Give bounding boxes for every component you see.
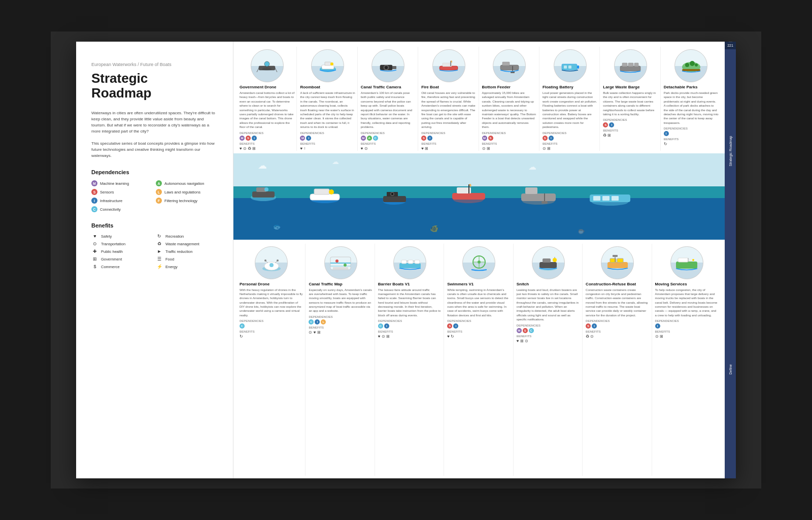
dep-a3: A [367, 136, 372, 141]
intro-text: Waterways in cities are often underutili… [91, 110, 218, 159]
svg-point-30 [690, 61, 695, 66]
bottom-feeder-body: Approximately 15,000 bikes are salvaged … [482, 91, 537, 129]
moving-title: Moving Services [655, 282, 719, 286]
legend-item-i: I Infrastructure [91, 198, 153, 204]
card-floating-battery: Floating Battery Loud power generators p… [540, 47, 600, 151]
dep-i-sw: I [453, 323, 458, 329]
scene-cloud3: ☁ [528, 162, 536, 172]
detachable-parks-body: Park docks provide much-needed green spa… [664, 91, 719, 125]
fireboat-title: Fire Boat [421, 85, 476, 89]
dep-s-sn: S [523, 328, 528, 333]
card-waste-barge: Large Waste Barge Bulk waste collection … [601, 47, 660, 151]
breadcrumb: European Waterworks / Future of Boats [91, 62, 218, 67]
svg-rect-74 [401, 260, 407, 264]
barrier-boats-body: The laissez-faire attitude around traffi… [378, 288, 442, 318]
govt-drone-body: Amsterdam canal bottoms collect a lot of… [240, 91, 294, 129]
card-roomboat: Roomboat A lack of sufficient waste infr… [298, 47, 357, 151]
moving-illustration [670, 246, 703, 279]
svg-rect-85 [543, 258, 551, 263]
legend-item-c: C Connectivity [91, 206, 153, 212]
dep-i: I [252, 136, 257, 141]
benefit-energy: ⚡Energy [156, 264, 218, 269]
fireboat-body: Old canal houses are very vulnerable to … [421, 91, 476, 129]
card-barrier-boats: Barrier Boats V1 The laissez-faire attit… [376, 244, 444, 476]
dep-s5: S [488, 136, 493, 141]
snitch-body: Leaking boats and loud, drunken boaters … [517, 288, 580, 322]
canal-camera-body: Amsterdam's 100 km of canals pose both p… [361, 91, 416, 129]
main-title: Strategic Roadmap [91, 71, 218, 100]
svg-point-8 [330, 62, 333, 66]
barrier-boats-illustration [393, 246, 426, 279]
dep-m3: M [361, 136, 366, 141]
legend-item-m: M Machine learning [91, 180, 153, 186]
dep-m2: M [300, 136, 305, 141]
svg-rect-42 [383, 196, 406, 202]
svg-point-65 [264, 259, 266, 262]
svg-point-31 [695, 63, 698, 67]
dep-l-cm: L [321, 319, 326, 324]
dep-m-sn: M [517, 328, 522, 333]
dep-m: M [240, 136, 245, 141]
book-spread: European Waterworks / Future of Boats St… [76, 42, 736, 478]
card-swimmers: Swimmers V1 While tempting, swimming in … [445, 244, 513, 476]
canal-camera-title: Canal Traffic Camera [361, 85, 416, 89]
svg-rect-52 [525, 187, 537, 194]
waste-barge-body: Bulk waste collection happens singly in … [603, 91, 658, 116]
dot-f: F [156, 198, 162, 204]
dep-i8: I [664, 131, 669, 136]
card-government-drone: Government Drone Amsterdam canal bottoms… [238, 47, 297, 151]
card-construction: Construction-Refuse Boat Construction wa… [584, 244, 652, 476]
dep-i-ms: I [655, 323, 660, 329]
svg-rect-24 [620, 66, 640, 71]
svg-point-29 [685, 63, 689, 67]
detachable-parks-illustration [674, 49, 707, 82]
dot-l: L [156, 189, 162, 195]
bottom-cards-row: Personal Drone With the heavy regulation… [233, 240, 725, 478]
moving-body: To help reduce congestion, the city of A… [655, 288, 719, 318]
dep-s6: S [543, 136, 548, 141]
dep-c-bb: C [378, 323, 383, 329]
detachable-parks-title: Detachable Parks [664, 85, 719, 89]
roomboat-body: A lack of sufficient waste infrastructur… [300, 91, 355, 129]
construction-title: Construction-Refuse Boat [586, 282, 649, 286]
legend-item-s: S Sensors [91, 189, 153, 195]
dot-c: C [91, 206, 97, 212]
svg-point-40 [329, 189, 334, 194]
swimmers-illustration [462, 246, 495, 279]
svg-point-45 [391, 193, 393, 195]
card-fireboat: Fire Boat Old canal houses are very vuln… [419, 47, 479, 151]
dep-i-bb: I [384, 323, 389, 329]
dep-i7: I [609, 122, 614, 127]
govt-drone-title: Government Drone [240, 85, 294, 89]
card-canal-map: Canal Traffic Map Especially on sunny da… [307, 244, 375, 476]
construction-body: Construction waste containers create con… [586, 288, 649, 318]
dep-m5: M [482, 136, 487, 141]
dep-i-cr: I [592, 323, 597, 329]
dot-s: S [91, 189, 97, 195]
svg-rect-16 [500, 65, 519, 70]
dep-s: S [246, 136, 251, 141]
card-snitch: Snitch Leaking boats and loud, drunken b… [515, 244, 583, 476]
svg-rect-12 [392, 66, 396, 69]
dep-i4: I [427, 136, 432, 141]
sidebar-define: Define [729, 261, 732, 479]
svg-rect-17 [502, 62, 510, 66]
svg-rect-32 [682, 69, 700, 71]
benefits-title: Benefits [91, 222, 218, 229]
legend-item-f: F Filtering technology [156, 198, 218, 204]
benefits-legend: ♥Safety ↻Recreation ⊙Transportation ♻Was… [91, 234, 218, 269]
svg-rect-92 [613, 255, 618, 257]
svg-rect-23 [568, 66, 571, 69]
svg-point-97 [692, 259, 694, 261]
svg-rect-58 [602, 196, 610, 201]
floating-battery-illustration [554, 49, 587, 82]
benefit-commerce: $Commerce [91, 264, 153, 269]
dep-c-sn: C [529, 328, 534, 333]
svg-point-1 [264, 61, 269, 67]
personal-drone-illustration [255, 246, 288, 279]
scene-boat-bottom-feeder [518, 179, 559, 207]
benefit-health: ✚Public health [91, 249, 153, 254]
card-personal-drone: Personal Drone With the heavy regulation… [238, 244, 306, 476]
svg-point-86 [553, 258, 557, 262]
svg-rect-76 [415, 260, 420, 264]
